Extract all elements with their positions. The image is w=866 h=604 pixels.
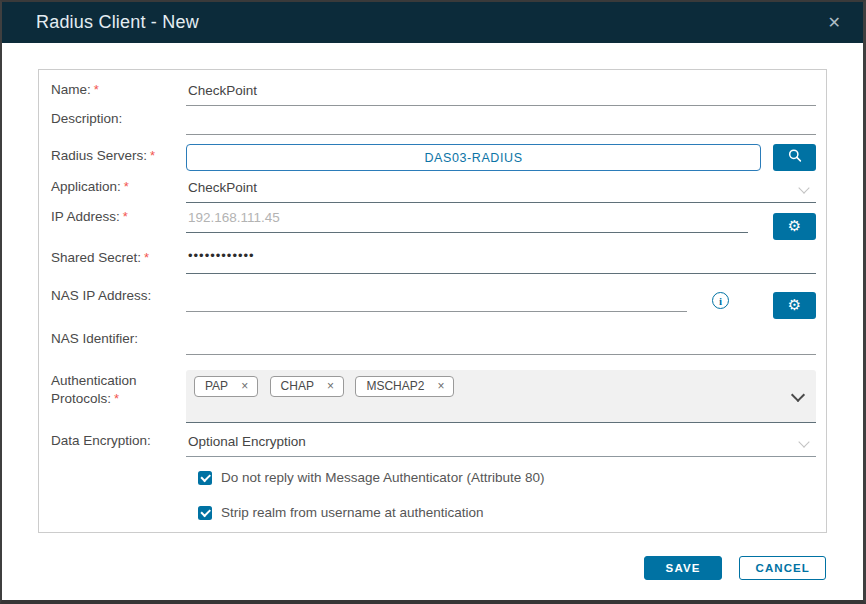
search-icon bbox=[787, 148, 803, 167]
required-marker: * bbox=[114, 391, 119, 406]
gear-icon: ⚙ bbox=[788, 298, 801, 313]
shared-secret-input[interactable] bbox=[186, 246, 816, 274]
data-encryption-select[interactable]: Optional Encryption bbox=[186, 432, 816, 457]
shared-secret-label: Shared Secret: bbox=[51, 250, 141, 265]
chip-remove-icon[interactable]: × bbox=[437, 380, 444, 392]
dialog-title: Radius Client - New bbox=[36, 12, 824, 33]
application-label: Application: bbox=[51, 179, 121, 194]
ip-address-label: IP Address: bbox=[51, 209, 120, 224]
dialog-actions: SAVE CANCEL bbox=[2, 556, 826, 580]
radius-client-form: Name:* Description: Radius Servers:* DAS… bbox=[38, 69, 827, 533]
data-encryption-row: Data Encryption: Optional Encryption bbox=[51, 432, 816, 457]
strip-realm-label: Strip realm from username at authenticat… bbox=[221, 505, 484, 520]
authentication-protocols-label-line2: Protocols: bbox=[51, 391, 111, 406]
nas-ip-address-row: NAS IP Address: i ⚙ bbox=[51, 287, 816, 312]
required-marker: * bbox=[94, 82, 99, 97]
description-label: Description: bbox=[51, 111, 122, 126]
authentication-protocols-multiselect[interactable]: PAP× CHAP× MSCHAP2× bbox=[186, 370, 816, 423]
save-button[interactable]: SAVE bbox=[644, 556, 723, 580]
required-marker: * bbox=[144, 250, 149, 265]
radius-servers-value[interactable]: DAS03-RADIUS bbox=[186, 144, 761, 171]
application-select[interactable]: CheckPoint bbox=[186, 178, 816, 203]
required-marker: * bbox=[123, 209, 128, 224]
dialog-titlebar: Radius Client - New ✕ bbox=[2, 2, 863, 43]
nas-ip-address-label: NAS IP Address: bbox=[51, 288, 151, 303]
info-icon[interactable]: i bbox=[712, 292, 729, 309]
name-input[interactable] bbox=[186, 81, 816, 106]
radius-client-dialog: Radius Client - New ✕ Name:* Description… bbox=[0, 0, 866, 604]
radius-servers-row: Radius Servers:* DAS03-RADIUS bbox=[51, 144, 816, 171]
authentication-protocols-row: Authentication Protocols:* PAP× CHAP× MS… bbox=[51, 370, 816, 423]
cancel-button[interactable]: CANCEL bbox=[739, 556, 826, 580]
ip-address-settings-button[interactable]: ⚙ bbox=[773, 213, 816, 240]
description-input[interactable] bbox=[186, 110, 816, 135]
chip-remove-icon[interactable]: × bbox=[327, 380, 334, 392]
chip-remove-icon[interactable]: × bbox=[241, 380, 248, 392]
protocol-chip: PAP× bbox=[194, 376, 258, 397]
authentication-protocols-label-line1: Authentication bbox=[51, 373, 137, 388]
message-authenticator-label: Do not reply with Message Authenticator … bbox=[221, 470, 544, 485]
required-marker: * bbox=[150, 148, 155, 163]
chevron-down-icon[interactable] bbox=[791, 388, 805, 402]
name-row: Name:* bbox=[51, 81, 816, 106]
required-marker: * bbox=[124, 179, 129, 194]
close-icon[interactable]: ✕ bbox=[824, 13, 845, 33]
gear-icon: ⚙ bbox=[788, 219, 801, 234]
radius-servers-label: Radius Servers: bbox=[51, 148, 147, 163]
application-row: Application:* CheckPoint bbox=[51, 178, 816, 203]
nas-identifier-row: NAS Identifier: bbox=[51, 330, 816, 355]
ip-address-row: IP Address:* ⚙ bbox=[51, 208, 816, 233]
name-label: Name: bbox=[51, 82, 91, 97]
data-encryption-label: Data Encryption: bbox=[51, 433, 151, 448]
shared-secret-row: Shared Secret:* bbox=[51, 246, 816, 274]
message-authenticator-checkbox-row: Do not reply with Message Authenticator … bbox=[198, 470, 816, 485]
nas-identifier-input[interactable] bbox=[186, 330, 816, 355]
nas-identifier-label: NAS Identifier: bbox=[51, 331, 138, 346]
message-authenticator-checkbox[interactable] bbox=[198, 471, 212, 485]
nas-ip-settings-button[interactable]: ⚙ bbox=[773, 292, 816, 319]
ip-address-input[interactable] bbox=[186, 208, 748, 233]
strip-realm-checkbox[interactable] bbox=[198, 506, 212, 520]
nas-ip-address-input[interactable] bbox=[186, 287, 687, 312]
protocol-chip: CHAP× bbox=[270, 376, 344, 397]
strip-realm-checkbox-row: Strip realm from username at authenticat… bbox=[198, 505, 816, 520]
protocol-chip: MSCHAP2× bbox=[355, 376, 454, 397]
description-row: Description: bbox=[51, 110, 816, 135]
radius-servers-search-button[interactable] bbox=[773, 144, 816, 171]
